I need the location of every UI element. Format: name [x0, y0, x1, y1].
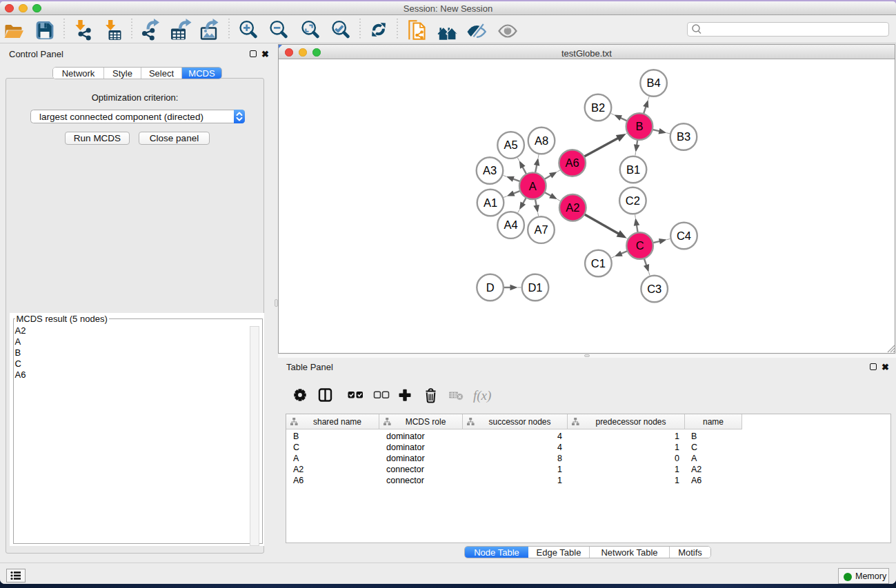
- svg-text:A4: A4: [504, 219, 518, 231]
- svg-text:D: D: [486, 281, 495, 294]
- svg-text:B2: B2: [591, 101, 605, 114]
- svg-text:C3: C3: [647, 283, 661, 295]
- svg-text:C4: C4: [677, 230, 691, 242]
- svg-text:A7: A7: [534, 223, 548, 236]
- svg-text:A2: A2: [566, 201, 579, 214]
- svg-text:A8: A8: [535, 134, 548, 147]
- svg-text:B1: B1: [626, 163, 640, 176]
- svg-text:C1: C1: [591, 257, 606, 270]
- svg-text:C2: C2: [626, 194, 640, 207]
- svg-text:f(x): f(x): [473, 388, 491, 403]
- svg-text:D1: D1: [528, 281, 542, 294]
- svg-text:B4: B4: [647, 77, 661, 89]
- svg-text:C: C: [636, 239, 644, 252]
- svg-text:A3: A3: [483, 164, 497, 176]
- svg-text:B: B: [635, 120, 643, 132]
- svg-text:A: A: [529, 180, 537, 192]
- svg-text:A6: A6: [566, 156, 579, 169]
- svg-text:B3: B3: [677, 130, 690, 143]
- svg-text:A5: A5: [504, 139, 518, 151]
- svg-text:A1: A1: [484, 196, 497, 209]
